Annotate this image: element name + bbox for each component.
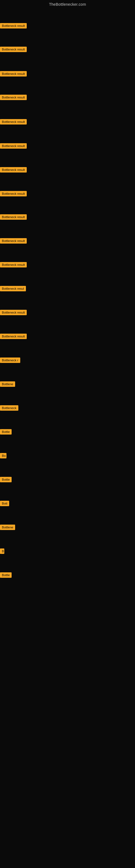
bottleneck-badge-2[interactable]: Bottleneck result bbox=[0, 46, 27, 53]
badge-label-20: Bottle bbox=[0, 477, 12, 482]
bottleneck-badge-12[interactable]: Bottleneck resul bbox=[0, 286, 26, 292]
bottleneck-badge-6[interactable]: Bottleneck result bbox=[0, 143, 27, 150]
badge-label-13: Bottleneck result bbox=[0, 310, 27, 315]
bottleneck-badge-16[interactable]: Bottlene bbox=[0, 381, 15, 388]
bottleneck-badge-24[interactable]: Bottle bbox=[0, 572, 12, 579]
site-title: TheBottlenecker.com bbox=[0, 0, 135, 8]
badge-label-12: Bottleneck resul bbox=[0, 286, 26, 291]
badge-label-7: Bottleneck result bbox=[0, 167, 27, 173]
badge-label-18: Bottle bbox=[0, 429, 12, 435]
bottleneck-badge-18[interactable]: Bottle bbox=[0, 429, 12, 436]
badge-label-6: Bottleneck result bbox=[0, 143, 27, 149]
bottleneck-badge-14[interactable]: Bottleneck result bbox=[0, 334, 27, 340]
bottleneck-badge-4[interactable]: Bottleneck result bbox=[0, 95, 27, 101]
bottleneck-badge-17[interactable]: Bottleneck bbox=[0, 405, 18, 412]
badge-label-1: Bottleneck result bbox=[0, 23, 27, 29]
badge-label-11: Bottleneck result bbox=[0, 262, 27, 268]
badge-label-2: Bottleneck result bbox=[0, 46, 27, 52]
badge-label-22: Bottlene bbox=[0, 525, 15, 530]
badge-label-14: Bottleneck result bbox=[0, 334, 27, 339]
badge-label-15: Bottleneck r bbox=[0, 358, 20, 363]
bottleneck-badge-8[interactable]: Bottleneck result bbox=[0, 191, 27, 197]
badge-label-24: Bottle bbox=[0, 572, 12, 578]
bottleneck-badge-7[interactable]: Bottleneck result bbox=[0, 167, 27, 174]
badge-label-23: B bbox=[0, 549, 4, 554]
bottleneck-badge-13[interactable]: Bottleneck result bbox=[0, 310, 27, 316]
bottleneck-badge-15[interactable]: Bottleneck r bbox=[0, 358, 20, 364]
bottleneck-badge-11[interactable]: Bottleneck result bbox=[0, 262, 27, 269]
badge-label-10: Bottleneck result bbox=[0, 238, 27, 244]
badge-label-9: Bottleneck result bbox=[0, 214, 27, 220]
bottleneck-badge-21[interactable]: Bott bbox=[0, 501, 9, 507]
badge-label-17: Bottleneck bbox=[0, 405, 18, 411]
bottleneck-badge-20[interactable]: Bottle bbox=[0, 477, 12, 484]
bottleneck-badge-5[interactable]: Bottleneck result bbox=[0, 119, 27, 126]
bottleneck-badge-19[interactable]: Bo bbox=[0, 453, 6, 460]
bottleneck-badge-3[interactable]: Bottleneck result bbox=[0, 71, 27, 78]
bottleneck-badge-9[interactable]: Bottleneck result bbox=[0, 214, 27, 221]
badge-label-16: Bottlene bbox=[0, 381, 15, 387]
badge-label-8: Bottleneck result bbox=[0, 191, 27, 196]
badge-label-4: Bottleneck result bbox=[0, 95, 27, 100]
bottleneck-badge-22[interactable]: Bottlene bbox=[0, 525, 15, 531]
badge-label-5: Bottleneck result bbox=[0, 119, 27, 124]
badge-label-19: Bo bbox=[0, 453, 6, 458]
badge-label-3: Bottleneck result bbox=[0, 71, 27, 76]
bottleneck-badge-23[interactable]: B bbox=[0, 549, 4, 555]
bottleneck-badge-1[interactable]: Bottleneck result bbox=[0, 23, 27, 30]
badge-label-21: Bott bbox=[0, 501, 9, 506]
bottleneck-badge-10[interactable]: Bottleneck result bbox=[0, 238, 27, 245]
